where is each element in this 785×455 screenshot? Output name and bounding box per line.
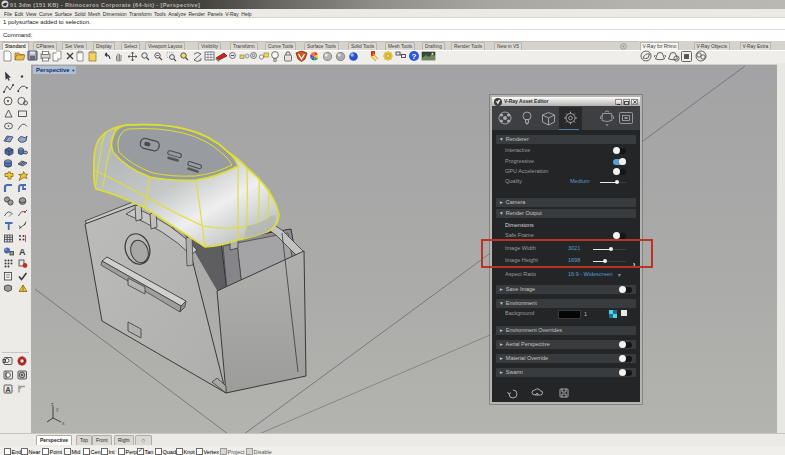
svg-text:?: ?	[412, 52, 417, 61]
svg-text:A: A	[19, 247, 26, 257]
svg-text:A: A	[6, 386, 11, 393]
